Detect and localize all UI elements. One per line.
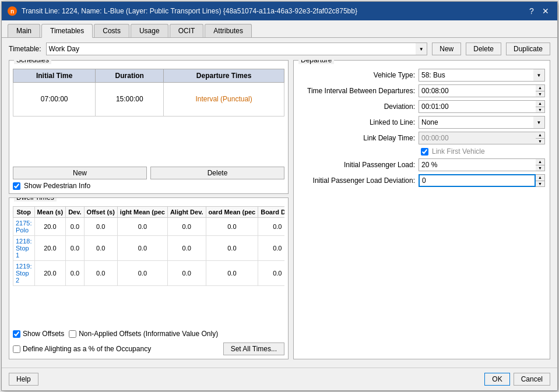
right-panel: Departure Vehicle Type: ▼ Time [293,60,550,363]
departure-box: Departure Vehicle Type: ▼ Time [293,60,550,359]
tab-ocit[interactable]: OCIT [170,24,204,37]
cancel-btn[interactable]: Cancel [514,373,550,386]
time-interval-input[interactable] [419,84,536,97]
content-area: Timetable: ▼ New Delete Duplicate Schedu… [2,38,557,368]
schedules-inner: Initial Time Duration Departure Times 07… [9,61,288,193]
timetable-dropdown-arrow[interactable]: ▼ [416,43,427,55]
help-icon-btn[interactable]: ? [526,5,537,17]
deviation-up[interactable]: ▲ [536,101,544,107]
time-interval-down[interactable]: ▼ [536,91,544,97]
show-pedestrian-checkbox[interactable] [13,182,20,190]
define-alighting-text: Define Alighting as a % of the Occupancy [23,345,151,353]
table-row[interactable]: 1218: Stop 1 20.0 0.0 0.0 0.0 0.0 0.0 0.… [13,236,285,261]
show-offsets-label[interactable]: Show Offsets [13,330,64,338]
tab-main[interactable]: Main [8,24,40,37]
dwell-col-dev: Dev. [66,207,84,218]
dwell-board-dev-1: 0.0 [258,236,284,261]
tab-attributes[interactable]: Attributes [205,24,252,37]
close-btn[interactable]: ✕ [540,5,551,17]
timetable-duplicate-btn[interactable]: Duplicate [506,43,550,55]
linked-to-line-input[interactable] [419,116,533,129]
window-title: Transit Line: 1224, Name: L-Blue (Layer:… [22,7,357,15]
dwell-board-dev-2: 0.0 [258,261,284,286]
schedule-new-btn[interactable]: New [13,167,147,179]
time-interval-row: Time Interval Between Departures: ▲ ▼ [298,84,545,97]
initial-passenger-load-dev-up[interactable]: ▲ [536,175,544,181]
title-bar-left: n Transit Line: 1224, Name: L-Blue (Laye… [8,6,357,16]
linked-to-line-dropdown-arrow[interactable]: ▼ [533,116,545,129]
dwell-stop-0: 2175: Polo [13,218,35,236]
define-alighting-label[interactable]: Define Alighting as a % of the Occupancy [13,345,151,353]
dwell-offset-0: 0.0 [84,218,117,236]
dwell-alight-mean-0: 0.0 [117,218,167,236]
dwell-times-box: Dwell Times Stop Mean (s) Dev. Offset (s… [9,197,289,359]
initial-passenger-load-dev-input[interactable] [419,174,536,187]
dwell-inner: Stop Mean (s) Dev. Offset (s) ight Mean … [9,198,288,359]
non-applied-offsets-checkbox[interactable] [69,330,76,338]
dwell-col-alight-dev: Alight Dev. [167,207,206,218]
dwell-table-wrap: Stop Mean (s) Dev. Offset (s) ight Mean … [13,206,284,326]
deviation-row: Deviation: ▲ ▼ [298,100,545,113]
table-row[interactable]: 07:00:00 15:00:00 Interval (Punctual) [13,83,284,116]
dwell-table: Stop Mean (s) Dev. Offset (s) ight Mean … [13,206,284,286]
initial-passenger-load-row: Initial Passenger Load: ▲ ▼ [298,158,545,171]
initial-passenger-load-dev-spinner: ▲ ▼ [536,174,545,187]
tab-timetables[interactable]: Timetables [41,24,93,38]
dwell-mean-0: 20.0 [34,218,66,236]
schedule-btns: New Delete [13,167,284,179]
initial-passenger-load-label: Initial Passenger Load: [298,161,415,169]
dwell-dev-0: 0.0 [66,218,84,236]
initial-passenger-load-down[interactable]: ▼ [536,165,544,171]
show-pedestrian-row: Show Pedestrian Info [13,182,284,190]
initial-passenger-load-up[interactable]: ▲ [536,159,544,165]
col-initial-time: Initial Time [13,69,96,83]
dwell-mean-2: 20.0 [34,261,66,286]
vehicle-type-dropdown-arrow[interactable]: ▼ [533,69,545,82]
show-pedestrian-label: Show Pedestrian Info [24,182,90,190]
link-first-vehicle-checkbox[interactable] [421,148,428,156]
link-delay-down[interactable]: ▼ [536,139,544,144]
time-interval-spinner: ▲ ▼ [536,84,545,97]
ok-btn[interactable]: OK [484,373,509,386]
set-all-times-btn[interactable]: Set All Times... [223,342,284,355]
departure-form: Vehicle Type: ▼ Time Interval Between De… [294,61,550,195]
cell-duration: 15:00:00 [96,83,164,116]
non-applied-offsets-label[interactable]: Non-Applied Offsets (Informative Value O… [69,330,218,338]
dwell-col-board-mean: oard Mean (pec [206,207,258,218]
deviation-input[interactable] [419,100,536,113]
table-row[interactable]: 2175: Polo 20.0 0.0 0.0 0.0 0.0 0.0 0.0 [13,218,285,236]
initial-passenger-load-spinner: ▲ ▼ [536,158,545,171]
cell-initial-time: 07:00:00 [13,83,96,116]
link-delay-input[interactable] [419,132,536,144]
link-delay-up[interactable]: ▲ [536,132,544,139]
timetable-new-btn[interactable]: New [432,43,461,55]
initial-passenger-load-input[interactable] [419,158,536,171]
dwell-col-board-dev: Board Dev. [258,207,284,218]
non-applied-offsets-text: Non-Applied Offsets (Informative Value O… [79,330,218,338]
help-btn[interactable]: Help [9,373,38,386]
vehicle-type-row: Vehicle Type: ▼ [298,69,545,82]
title-bar-controls: ? ✕ [526,5,551,17]
table-row[interactable]: 1219: Stop 2 20.0 0.0 0.0 0.0 0.0 0.0 0.… [13,261,285,286]
define-alighting-checkbox[interactable] [13,345,20,353]
link-delay-label: Link Delay Time: [298,134,415,142]
dwell-offset-2: 0.0 [84,261,117,286]
tab-usage[interactable]: Usage [131,24,168,37]
deviation-down[interactable]: ▼ [536,107,544,113]
main-panels: Schedules Initial Time Duration Departur… [9,60,550,363]
vehicle-type-input[interactable] [419,69,533,82]
timetable-delete-btn[interactable]: Delete [466,43,501,55]
timetable-select[interactable] [46,43,416,55]
link-first-vehicle-row: Link First Vehicle [421,147,545,156]
dwell-alight-mean-1: 0.0 [117,236,167,261]
cell-departure-times: Interval (Punctual) [164,83,284,116]
schedule-delete-btn[interactable]: Delete [150,167,284,179]
initial-passenger-load-dev-down[interactable]: ▼ [536,181,544,187]
tab-costs[interactable]: Costs [94,24,129,37]
link-delay-spinner: ▲ ▼ [536,132,545,144]
time-interval-up[interactable]: ▲ [536,85,544,91]
dwell-board-mean-1: 0.0 [206,236,258,261]
show-offsets-checkbox[interactable] [13,330,20,338]
show-offsets-text: Show Offsets [23,330,64,338]
timetable-row: Timetable: ▼ New Delete Duplicate [9,43,550,55]
